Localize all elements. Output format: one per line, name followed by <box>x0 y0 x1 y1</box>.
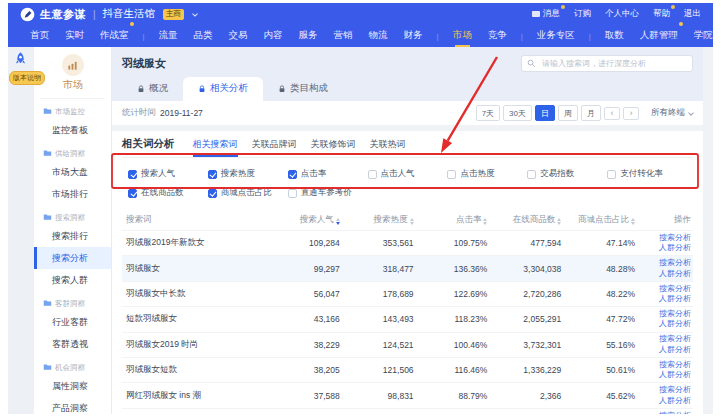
nav-item-traffic[interactable]: 流量 <box>159 25 178 47</box>
sidebar-item-attribute-insight[interactable]: 属性洞察 <box>34 375 111 397</box>
sidebar-item-product-insight[interactable]: 产品洞察 <box>34 397 111 414</box>
cell-actions: 搜索分析人群分析 <box>641 309 693 330</box>
user-menu-orders[interactable]: 订购 <box>574 8 591 20</box>
cell-value: 56,047 <box>272 289 346 299</box>
folder-icon <box>43 363 52 373</box>
search-analysis-link[interactable]: 搜索分析 <box>641 309 691 319</box>
version-badge[interactable]: 版本说明 <box>9 71 45 85</box>
range-button-week[interactable]: 周 <box>558 105 578 121</box>
sort-icon <box>631 218 635 225</box>
audience-analysis-link[interactable]: 人群分析 <box>641 345 691 355</box>
sidebar-item-market-overview[interactable]: 市场大盘 <box>34 161 111 183</box>
cell-value: 99,297 <box>272 264 346 274</box>
nav-item-logistics[interactable]: 物流 <box>369 25 388 47</box>
metric-checkbox-search-popularity[interactable]: 搜索人气 <box>128 168 208 180</box>
nav-item-market[interactable]: 市场 <box>453 25 472 47</box>
market-module-icon <box>62 54 84 76</box>
search-analysis-link[interactable]: 搜索分析 <box>641 360 691 370</box>
nav-item-marketing[interactable]: 营销 <box>334 25 353 47</box>
subtab-related-brand-words[interactable]: 关联品牌词 <box>252 131 297 157</box>
range-button-30d[interactable]: 30天 <box>503 105 532 121</box>
metric-checkbox-mall-click-share[interactable]: 商城点击占比 <box>208 187 288 199</box>
sidebar-item-market-ranking[interactable]: 市场排行 <box>34 183 111 205</box>
chevron-down-icon[interactable] <box>192 11 198 17</box>
tab-overview[interactable]: 概况 <box>122 77 183 101</box>
search-analysis-link[interactable]: 搜索分析 <box>641 284 691 294</box>
metric-label: 商城点击占比 <box>221 187 272 199</box>
nav-item-academy[interactable]: 学院 <box>694 25 713 47</box>
table-row: 羽绒服女2019 时尚38,229124,521100.46%3,732,301… <box>122 332 693 357</box>
nav-item-data-extract[interactable]: 取数 <box>605 25 624 47</box>
nav-item-business-zone[interactable]: 业务专区 <box>537 25 575 47</box>
metric-checkbox-pay-conversion[interactable]: 支付转化率 <box>607 168 687 180</box>
nav-item-compete[interactable]: 竞争 <box>488 25 507 47</box>
sidebar-module-header[interactable]: 市场 <box>40 54 105 99</box>
audience-analysis-link[interactable]: 人群分析 <box>641 319 691 329</box>
user-menu-messages[interactable]: 消息 <box>532 8 560 20</box>
sidebar-item-audience-perspective[interactable]: 客群透视 <box>34 333 111 355</box>
audience-analysis-link[interactable]: 人群分析 <box>641 243 691 253</box>
prev-page-button[interactable]: ‹ <box>604 107 620 120</box>
user-menu-logout[interactable]: 退出 <box>684 8 701 20</box>
search-analysis-link[interactable]: 搜索分析 <box>641 411 691 414</box>
user-menu: 消息订购个人中心帮助退出 <box>532 8 701 20</box>
metric-checkbox-click-heat[interactable]: 点击热度 <box>447 168 527 180</box>
metric-checkbox-online-products[interactable]: 在线商品数 <box>128 187 208 199</box>
terminal-filter[interactable]: 所有终端 <box>651 107 693 119</box>
nav-item-trade[interactable]: 交易 <box>229 25 248 47</box>
range-button-7d[interactable]: 7天 <box>476 105 500 121</box>
search-input[interactable] <box>540 58 687 69</box>
search-analysis-link[interactable]: 搜索分析 <box>641 258 691 268</box>
nav-item-category[interactable]: 品类 <box>194 25 213 47</box>
tab-category-composition[interactable]: 类目构成 <box>263 77 343 101</box>
nav-item-content[interactable]: 内容 <box>264 25 283 47</box>
nav-item-service[interactable]: 服务 <box>299 25 318 47</box>
column-header-mall-click-share[interactable]: 商城点击占比 <box>567 214 641 226</box>
cell-actions: 搜索分析人群分析 <box>641 258 693 279</box>
keyword-search-box[interactable] <box>521 55 693 72</box>
sidebar-item-search-analysis[interactable]: 搜索分析 <box>34 247 111 269</box>
subtab-related-hot-words[interactable]: 关联热词 <box>370 131 406 157</box>
nav-item-war-room[interactable]: 作战室 <box>100 25 129 47</box>
audience-analysis-link[interactable]: 人群分析 <box>641 370 691 380</box>
search-analysis-link[interactable]: 搜索分析 <box>641 334 691 344</box>
metric-checkbox-search-heat[interactable]: 搜索热度 <box>208 168 288 180</box>
audience-analysis-link[interactable]: 人群分析 <box>641 396 691 406</box>
metric-checkbox-trade-index[interactable]: 交易指数 <box>527 168 607 180</box>
sidebar-item-industry-audience[interactable]: 行业客群 <box>34 311 111 333</box>
search-analysis-link[interactable]: 搜索分析 <box>641 385 691 395</box>
table-body: 羽绒服2019年新款女109,284353,561109.75%477,5944… <box>122 230 693 414</box>
notification-dot <box>671 5 675 9</box>
audience-analysis-link[interactable]: 人群分析 <box>641 269 691 279</box>
column-header-online-products[interactable]: 在线商品数 <box>493 214 567 226</box>
sidebar-item-search-ranking[interactable]: 搜索排行 <box>34 225 111 247</box>
range-button-day[interactable]: 日 <box>535 105 555 121</box>
nav-item-audience-mgmt[interactable]: 人群管理 <box>640 25 678 47</box>
nav-item-finance[interactable]: 财务 <box>404 25 423 47</box>
sidebar-item-monitor-board[interactable]: 监控看板 <box>34 119 111 141</box>
user-menu-help[interactable]: 帮助 <box>653 8 670 20</box>
user-menu-personal-center[interactable]: 个人中心 <box>605 8 639 20</box>
subtab-related-search-words[interactable]: 相关搜索词 <box>193 131 238 157</box>
nav-item-home[interactable]: 首页 <box>30 25 49 47</box>
metric-checkbox-click-popularity[interactable]: 点击人气 <box>368 168 448 180</box>
tab-related-analysis[interactable]: 相关分析 <box>183 77 263 101</box>
related-words-table: 搜索词搜索人气搜索热度点击率在线商品数商城点击占比操作 羽绒服2019年新款女1… <box>122 210 693 414</box>
cell-value: 48.28% <box>567 264 641 274</box>
metric-checkbox-click-rate[interactable]: 点击率 <box>288 168 368 180</box>
sidebar-item-search-audience[interactable]: 搜索人群 <box>34 269 111 291</box>
audience-analysis-link[interactable]: 人群分析 <box>641 294 691 304</box>
rocket-icon[interactable] <box>12 51 29 73</box>
tab-label: 概况 <box>149 82 168 95</box>
column-header-search-heat[interactable]: 搜索热度 <box>346 214 420 226</box>
workspace-name[interactable]: 抖音生活馆 <box>103 7 156 21</box>
next-page-button[interactable]: › <box>623 107 639 120</box>
range-button-month[interactable]: 月 <box>581 105 601 121</box>
search-analysis-link[interactable]: 搜索分析 <box>641 233 691 243</box>
subtab-related-modifier-words[interactable]: 关联修饰词 <box>311 131 356 157</box>
column-header-search-popularity[interactable]: 搜索人气 <box>272 214 346 226</box>
nav-item-realtime[interactable]: 实时 <box>65 25 84 47</box>
column-header-click-rate[interactable]: 点击率 <box>420 214 494 226</box>
metric-checkbox-ztc-ref-price[interactable]: 直通车参考价 <box>288 187 368 199</box>
checkbox-icon <box>447 170 456 179</box>
